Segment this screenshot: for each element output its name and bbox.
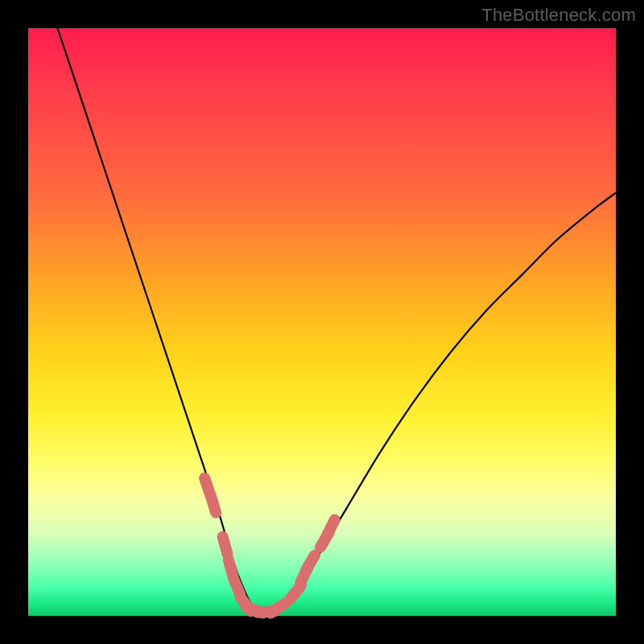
curve-marker: [211, 496, 216, 513]
curve-marker: [270, 603, 285, 613]
chart-frame: TheBottleneck.com: [0, 0, 644, 644]
curve-markers: [204, 478, 335, 613]
watermark-text: TheBottleneck.com: [481, 5, 636, 26]
curve-marker: [223, 537, 228, 554]
bottleneck-curve-svg: [28, 28, 616, 616]
curve-marker: [306, 555, 315, 571]
curve-marker: [327, 520, 335, 536]
plot-area: [28, 28, 616, 616]
